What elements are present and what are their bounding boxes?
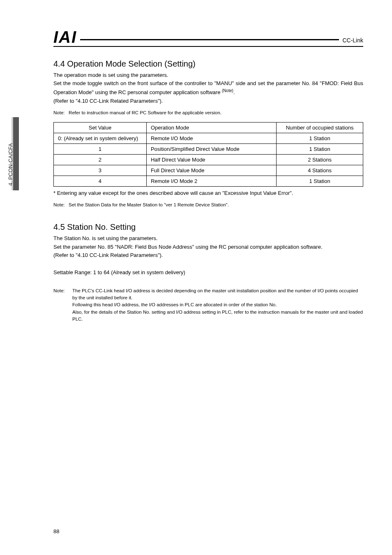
cell-op-4: Remote I/O Mode 2 — [146, 176, 276, 187]
sec44-p2: Set the mode toggle switch on the front … — [53, 79, 363, 97]
page-header: IAI CC-Link — [53, 29, 363, 47]
sec45-range: Settable Range: 1 to 64 (Already set in … — [53, 268, 363, 277]
cell-num-3: 4 Stations — [277, 165, 363, 176]
note2-text: Set the Station Data for the Master Stat… — [69, 202, 229, 207]
cell-op-0: Remote I/O Mode — [146, 133, 276, 144]
page-content: IAI CC-Link 4.4 Operation Mode Selection… — [53, 0, 363, 323]
section-4-4-title: 4.4 Operation Mode Selection (Setting) — [53, 59, 363, 69]
cell-num-4: 1 Station — [277, 176, 363, 187]
side-tab — [13, 117, 19, 190]
sec45-note-line3: Also, for the details of the Station No.… — [72, 309, 363, 323]
table-row: 3 Full Direct Value Mode 4 Stations — [54, 165, 363, 176]
sec45-note-line2: Following this head I/O address, the I/O… — [72, 301, 363, 308]
sec44-note2: Note: Set the Station Data for the Maste… — [53, 201, 363, 208]
sec45-note-label: Note: — [53, 287, 72, 323]
side-section-label: 4. PCON-CA/CFA — [7, 132, 14, 197]
sec44-p2-sup: (Note) — [222, 88, 233, 93]
sec44-p2b: . — [233, 90, 235, 96]
section-4-5-title: 4.5 Station No. Setting — [53, 222, 363, 232]
sec44-p3: (Refer to "4.10 CC-Link Related Paramete… — [53, 97, 363, 105]
note2-label: Note: — [53, 202, 65, 207]
sec44-ast-note: * Entering any value except for the ones… — [53, 190, 363, 196]
page-number: 88 — [53, 528, 59, 534]
logo: IAI — [53, 29, 77, 45]
table-head-row: Set Value Operation Mode Number of occup… — [54, 123, 363, 133]
header-rule — [80, 39, 339, 40]
sec45-note-line1: The PLC's CC-Link head I/O address is de… — [72, 287, 363, 302]
table-row: 2 Half Direct Value Mode 2 Stations — [54, 155, 363, 165]
cell-op-3: Full Direct Value Mode — [146, 165, 276, 176]
cell-op-1: Position/Simplified Direct Value Mode — [146, 144, 276, 155]
cell-sv-1: 1 — [54, 144, 147, 155]
sec45-p1: The Station No. is set using the paramet… — [53, 234, 363, 243]
cell-num-2: 2 Stations — [277, 155, 363, 165]
sec44-p1: The operation mode is set using the para… — [53, 71, 363, 79]
cell-sv-3: 3 — [54, 165, 147, 176]
cell-sv-0: 0: (Already set in system delivery) — [54, 133, 147, 144]
table-row: 1 Position/Simplified Direct Value Mode … — [54, 144, 363, 155]
sec44-note1: Note: Refer to instruction manual of RC … — [53, 109, 363, 116]
cell-sv-2: 2 — [54, 155, 147, 165]
table-row: 0: (Already set in system delivery) Remo… — [54, 133, 363, 144]
cell-num-0: 1 Station — [277, 133, 363, 144]
cell-num-1: 1 Station — [277, 144, 363, 155]
sec44-p2a: Set the mode toggle switch on the front … — [53, 80, 363, 95]
sec45-p2: Set the parameter No. 85 "NADR: Field Bu… — [53, 243, 363, 251]
sec45-note: Note: The PLC's CC-Link head I/O address… — [53, 287, 363, 323]
header-right-label: CC-Link — [342, 37, 363, 45]
sec45-p3: (Refer to "4.10 CC-Link Related Paramete… — [53, 251, 363, 259]
table-row: 4 Remote I/O Mode 2 1 Station — [54, 176, 363, 187]
th-set-value: Set Value — [54, 123, 147, 133]
th-operation-mode: Operation Mode — [146, 123, 276, 133]
note-text: Refer to instruction manual of RC PC Sof… — [69, 110, 221, 115]
cell-op-2: Half Direct Value Mode — [146, 155, 276, 165]
cell-sv-4: 4 — [54, 176, 147, 187]
operation-mode-table: Set Value Operation Mode Number of occup… — [53, 122, 363, 187]
th-num-stations: Number of occupied stations — [277, 123, 363, 133]
note-label: Note: — [53, 110, 65, 115]
